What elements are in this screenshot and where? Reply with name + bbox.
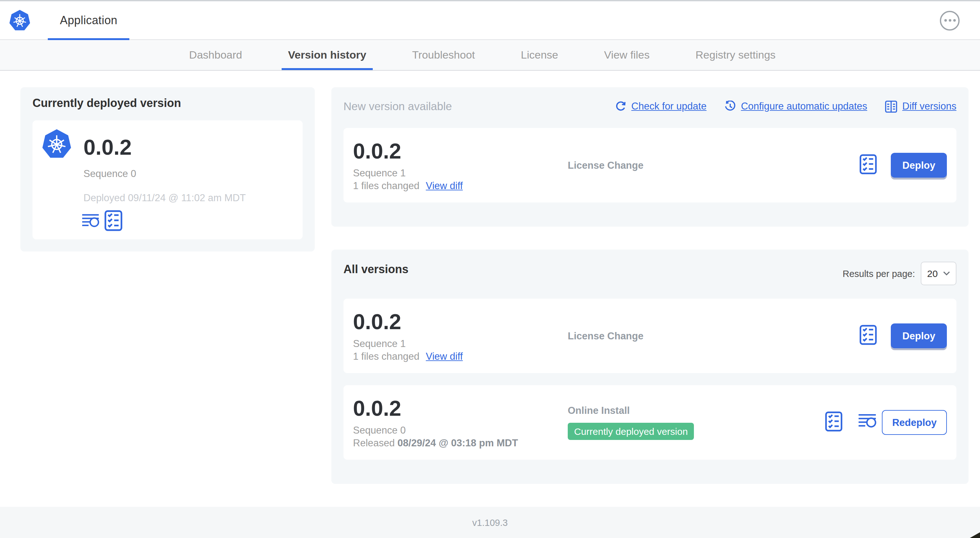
redeploy-button[interactable]: Redeploy — [882, 410, 947, 435]
more-options-button[interactable] — [940, 11, 959, 30]
version-source-label: Online Install — [568, 405, 630, 416]
check-for-update-link[interactable]: Check for update — [615, 101, 706, 112]
cursor-artifact — [970, 532, 980, 538]
preflight-checks-icon[interactable] — [859, 324, 877, 347]
view-logs-icon[interactable] — [81, 213, 99, 231]
all-versions-card: All versions Results per page: 20 0.0.2 … — [331, 249, 969, 484]
version-history-page: Application Dashboard Version history Tr… — [0, 0, 980, 538]
configure-automatic-updates-link[interactable]: Configure automatic updates — [724, 101, 867, 112]
view-diff-link[interactable]: View diff — [426, 180, 463, 191]
all-versions-title: All versions — [344, 262, 409, 276]
results-per-page-label: Results per page: — [843, 268, 915, 279]
console-version: v1.109.3 — [472, 517, 508, 527]
version-sequence: Sequence 0 — [353, 424, 568, 436]
version-row: 0.0.2 Sequence 0 Released 08/29/24 @ 03:… — [344, 385, 956, 460]
version-sequence: Sequence 1 — [353, 167, 568, 179]
diff-icon — [885, 100, 897, 113]
chevron-down-icon — [943, 271, 950, 276]
files-changed-label: 1 files changed — [353, 351, 420, 362]
new-version-row: 0.0.2 Sequence 1 1 files changed View di… — [344, 128, 956, 203]
tab-registry-settings[interactable]: Registry settings — [695, 41, 775, 70]
app-header: Application — [0, 1, 980, 40]
released-at-label: Released 08/29/24 @ 03:18 pm MDT — [353, 437, 518, 449]
ellipsis-icon — [944, 19, 947, 22]
window-top-edge — [0, 0, 980, 1]
view-logs-icon[interactable] — [858, 413, 877, 432]
preflight-checks-icon[interactable] — [825, 411, 842, 434]
app-tab-application[interactable]: Application — [48, 1, 130, 40]
currently-deployed-badge: Currently deployed version — [568, 423, 694, 440]
diff-versions-link[interactable]: Diff versions — [885, 100, 956, 113]
app-title: Application — [60, 14, 118, 27]
version-number: 0.0.2 — [353, 139, 568, 162]
new-version-card: New version available Check for update — [331, 87, 969, 227]
currently-deployed-title: Currently deployed version — [32, 97, 303, 110]
view-diff-link[interactable]: View diff — [426, 351, 463, 362]
files-changed-label: 1 files changed — [353, 180, 420, 191]
current-version-number: 0.0.2 — [83, 136, 132, 159]
refresh-icon — [615, 101, 626, 112]
app-footer: v1.109.3 — [0, 507, 980, 538]
tab-view-files[interactable]: View files — [604, 41, 650, 70]
currently-deployed-version-card: 0.0.2 Sequence 0 Deployed 09/11/24 @ 11:… — [32, 120, 303, 240]
current-version-deployed-at: Deployed 09/11/24 @ 11:02 am MDT — [83, 192, 246, 204]
currently-deployed-card: Currently deployed version — [21, 87, 315, 251]
version-number: 0.0.2 — [353, 310, 568, 333]
preflight-checks-icon[interactable] — [105, 210, 123, 234]
results-per-page-select[interactable]: 20 — [921, 262, 956, 285]
version-row: 0.0.2 Sequence 1 1 files changed View di… — [344, 298, 956, 373]
version-sequence: Sequence 1 — [353, 338, 568, 349]
schedule-update-icon — [724, 101, 736, 112]
kubernetes-logo-icon — [8, 9, 31, 32]
version-source-label: License Change — [568, 330, 644, 341]
preflight-checks-icon[interactable] — [859, 154, 877, 177]
kubernetes-app-icon — [41, 128, 73, 160]
version-number: 0.0.2 — [353, 396, 568, 419]
app-nav: Dashboard Version history Troubleshoot L… — [0, 41, 980, 71]
tab-version-history[interactable]: Version history — [288, 41, 366, 70]
tab-troubleshoot[interactable]: Troubleshoot — [412, 41, 475, 70]
tab-license[interactable]: License — [521, 41, 558, 70]
tab-dashboard[interactable]: Dashboard — [189, 41, 242, 70]
version-source-label: License Change — [568, 159, 644, 171]
deploy-button[interactable]: Deploy — [891, 153, 947, 178]
current-version-sequence: Sequence 0 — [83, 168, 136, 179]
new-version-title: New version available — [344, 100, 452, 113]
deploy-button[interactable]: Deploy — [891, 324, 947, 348]
